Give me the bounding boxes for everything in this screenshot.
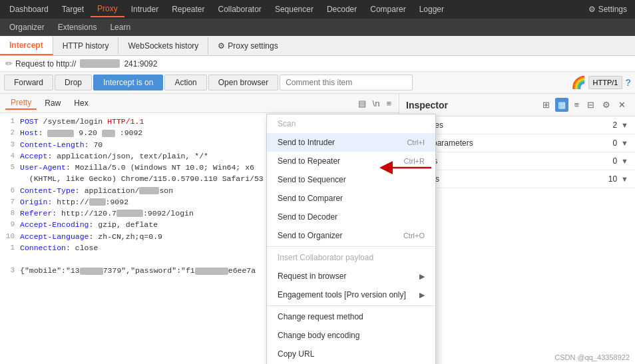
list-icon[interactable]: ▤ bbox=[356, 98, 368, 109]
menu-icon[interactable]: ≡ bbox=[384, 98, 393, 109]
nav-proxy[interactable]: Proxy bbox=[91, 1, 124, 17]
action-button[interactable]: Action bbox=[164, 75, 206, 91]
help-icon[interactable]: ? bbox=[625, 77, 631, 88]
headers-label: t headers bbox=[406, 174, 608, 184]
ctx-send-organizer[interactable]: Send to Organizer Ctrl+O bbox=[267, 226, 435, 245]
main-area: Pretty Raw Hex ▤ \n ≡ 1 POST /system/log… bbox=[0, 94, 635, 362]
intercept-button[interactable]: Intercept is on bbox=[93, 75, 163, 91]
nav-intruder[interactable]: Intruder bbox=[124, 2, 165, 17]
chevron-down-icon-2: ▼ bbox=[621, 139, 628, 147]
ctx-send-decoder[interactable]: Send to Decoder bbox=[267, 208, 435, 226]
ctx-send-comparer[interactable]: Send to Comparer bbox=[267, 189, 435, 208]
nav-organizer[interactable]: Organizer bbox=[3, 21, 51, 34]
toolbar: Forward Drop Intercept is on Action Open… bbox=[0, 72, 635, 94]
attributes-count: 2 bbox=[612, 120, 617, 130]
second-nav: Organizer Extensions Learn bbox=[0, 19, 635, 36]
tab-proxy-settings[interactable]: ⚙ Proxy settings bbox=[208, 37, 287, 55]
nav-collaborator[interactable]: Collaborator bbox=[212, 2, 268, 17]
format-tab-raw[interactable]: Raw bbox=[39, 97, 66, 109]
ctx-change-method[interactable]: Change request method bbox=[267, 307, 435, 326]
ctx-insert-collaborator: Insert Collaborator payload bbox=[267, 248, 435, 267]
inspector-icons: ⊞ ▦ ≡ ⊟ ⚙ ✕ bbox=[540, 98, 628, 112]
tab-websockets-history[interactable]: WebSockets history bbox=[118, 37, 208, 55]
pencil-icon: ✏ bbox=[5, 59, 13, 69]
chevron-down-icon-4: ▼ bbox=[621, 175, 628, 183]
nav-dashboard[interactable]: Dashboard bbox=[3, 2, 55, 17]
tab-bar: Intercept HTTP history WebSockets histor… bbox=[0, 36, 635, 56]
ctx-engagement-tools[interactable]: Engagement tools [Pro version only] ▶ bbox=[267, 285, 435, 304]
ctx-copy-url[interactable]: Copy URL bbox=[267, 345, 435, 363]
split-icon[interactable]: ⊟ bbox=[584, 98, 597, 112]
tab-intercept[interactable]: Intercept bbox=[0, 37, 53, 55]
ctx-request-browser[interactable]: Request in browser ▶ bbox=[267, 267, 435, 285]
ctx-send-repeater[interactable]: Send to Repeater Ctrl+R bbox=[267, 152, 435, 170]
toolbar-right: 🌈 HTTP/1 ? bbox=[571, 75, 631, 90]
context-menu: Scan Send to Intruder Ctrl+I Send to Rep… bbox=[266, 114, 436, 364]
arrow-right-icon: ▶ bbox=[419, 272, 425, 281]
nav-repeater[interactable]: Repeater bbox=[165, 2, 211, 17]
nav-comparer[interactable]: Comparer bbox=[363, 2, 412, 17]
ctx-separator-1 bbox=[267, 246, 435, 247]
nav-sequencer[interactable]: Sequencer bbox=[268, 2, 320, 17]
ctx-change-encoding[interactable]: Change body encoding bbox=[267, 326, 435, 345]
query-count: 0 bbox=[612, 138, 617, 148]
nav-extensions[interactable]: Extensions bbox=[51, 21, 104, 34]
request-label: Request to http:// bbox=[15, 59, 76, 69]
format-tabs: Pretty Raw Hex ▤ \n ≡ bbox=[0, 94, 399, 113]
watermark: CSDN @qq_43358922 bbox=[554, 353, 630, 361]
grid-icon[interactable]: ⊞ bbox=[540, 98, 552, 112]
chevron-down-icon-3: ▼ bbox=[621, 157, 628, 165]
inspector-title: Inspector bbox=[406, 100, 540, 110]
nav-learn[interactable]: Learn bbox=[103, 21, 137, 34]
request-bar: ✏ Request to http:// 241:9092 bbox=[0, 56, 635, 72]
tab-http-history[interactable]: HTTP history bbox=[53, 37, 119, 55]
nav-decoder[interactable]: Decoder bbox=[320, 2, 363, 17]
nav-logger[interactable]: Logger bbox=[413, 2, 451, 17]
top-nav: Dashboard Target Proxy Intruder Repeater… bbox=[0, 0, 635, 19]
cookies-label: t cookies bbox=[406, 156, 612, 166]
open-browser-button[interactable]: Open browser bbox=[208, 75, 278, 91]
ctx-send-sequencer[interactable]: Send to Sequencer bbox=[267, 170, 435, 189]
format-tab-hex[interactable]: Hex bbox=[69, 97, 93, 109]
attributes-label: t attributes bbox=[406, 120, 612, 130]
nav-target[interactable]: Target bbox=[55, 2, 91, 17]
comment-input[interactable] bbox=[280, 75, 413, 91]
settings-icon[interactable]: ⚙ Settings bbox=[583, 2, 632, 17]
forward-button[interactable]: Forward bbox=[4, 75, 53, 91]
gear-inspector-icon[interactable]: ⚙ bbox=[600, 98, 613, 112]
inspector-header: Inspector ⊞ ▦ ≡ ⊟ ⚙ ✕ bbox=[399, 94, 635, 116]
cookies-count: 0 bbox=[612, 156, 617, 166]
drop-button[interactable]: Drop bbox=[55, 75, 92, 91]
headers-count: 10 bbox=[608, 174, 617, 184]
wrap-icon[interactable]: \n bbox=[371, 98, 382, 109]
columns-icon[interactable]: ▦ bbox=[555, 98, 568, 112]
gear-icon: ⚙ bbox=[218, 41, 225, 51]
burp-logo-icon: 🌈 bbox=[571, 75, 586, 90]
http-version-badge: HTTP/1 bbox=[588, 76, 623, 89]
format-icons: ▤ \n ≡ bbox=[356, 98, 393, 109]
ctx-send-intruder[interactable]: Send to Intruder Ctrl+I bbox=[267, 133, 435, 152]
ctx-separator-2 bbox=[267, 305, 435, 306]
close-inspector-icon[interactable]: ✕ bbox=[616, 98, 628, 112]
chevron-down-icon: ▼ bbox=[621, 121, 628, 129]
query-label: t query parameters bbox=[406, 138, 612, 148]
ctx-scan: Scan bbox=[267, 114, 435, 133]
format-tab-pretty[interactable]: Pretty bbox=[5, 96, 37, 110]
arrow-right-icon-2: ▶ bbox=[419, 291, 425, 299]
request-port: 241:9092 bbox=[124, 59, 157, 69]
rows-icon[interactable]: ≡ bbox=[571, 98, 582, 112]
request-host-blurred bbox=[80, 59, 120, 68]
